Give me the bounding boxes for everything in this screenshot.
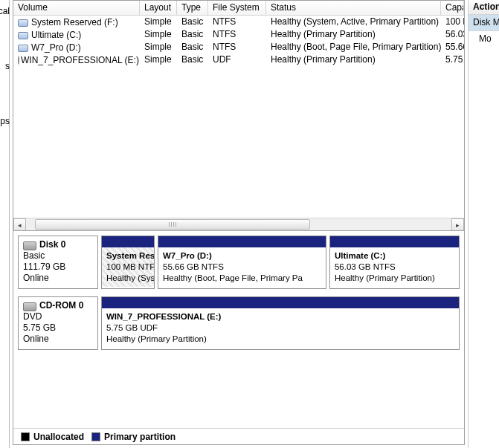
partition-name: System Rese [106,250,149,262]
disk-size: 5.75 GB [23,322,93,334]
legend-primary-label: Primary partition [104,432,176,442]
partition-area: WIN_7_PROFESSIONAL (E:)5.75 GB UDFHealth… [101,296,460,350]
graphical-disk-map: Disk 0Basic111.79 GBOnlineSystem Rese100… [13,231,464,428]
scroll-right-button[interactable]: ▸ [451,218,464,231]
disk-kind: DVD [23,311,93,322]
disk-kind: Basic [23,250,93,262]
disk-row: Disk 0Basic111.79 GBOnlineSystem Rese100… [18,236,460,289]
volume-fs: NTFS [208,29,266,41]
partition-size: 5.75 GB UDF [106,322,454,334]
disk-name: Disk 0 [39,239,65,250]
volume-row[interactable]: System Reserved (F:)SimpleBasicNTFSHealt… [13,16,464,28]
volume-layout: Simple [140,54,177,66]
volume-name: W7_Pro (D:) [31,42,81,53]
disk-icon [23,301,36,311]
column-header-layout[interactable]: Layout [140,1,177,15]
volume-capacity: 55.66 [441,42,464,53]
volume-capacity: 5.75 G [441,54,464,66]
volume-name: Ultimate (C:) [31,30,81,40]
volume-type: Basic [177,42,208,53]
scroll-left-button[interactable]: ◂ [13,218,26,231]
disk-size: 111.79 GB [23,262,93,273]
volume-type: Basic [177,16,208,28]
disk-label[interactable]: CD-ROM 0DVD5.75 GBOnline [18,296,98,350]
partition-status: Healthy (Primary Partition) [106,334,454,345]
disk-icon [23,240,36,250]
disk-row: CD-ROM 0DVD5.75 GBOnlineWIN_7_PROFESSION… [18,296,460,350]
legend: Unallocated Primary partition [13,428,464,444]
volume-type: Basic [177,54,208,66]
partition-size: 100 MB NTFS [106,262,149,273]
volume-drive-icon [18,30,28,39]
partition[interactable]: Ultimate (C:)56.03 GB NTFSHealthy (Prima… [329,236,460,289]
volume-type: Basic [177,29,208,41]
volume-capacity: 56.03 [441,29,464,41]
volume-status: Healthy (Primary Partition) [266,54,441,66]
partition-status: Healthy (Primary Partition) [335,273,454,284]
actions-group[interactable]: Disk Ma [469,15,499,31]
volume-layout: Simple [140,42,177,53]
legend-unallocated-label: Unallocated [33,432,84,442]
legend-primary: Primary partition [91,432,176,442]
actions-pane: Actions Disk Ma Mo [468,0,499,448]
partition-band [330,236,459,247]
tree-frag[interactable]: s [5,61,10,71]
partition-area: System Rese100 MB NTFSHealthy (SystW7_Pr… [101,236,460,289]
partition[interactable]: System Rese100 MB NTFSHealthy (Syst [101,236,155,289]
volume-row[interactable]: WIN_7_PROFESSIONAL (E:)SimpleBasicUDFHea… [13,53,464,66]
legend-unallocated: Unallocated [21,432,84,442]
partition[interactable]: W7_Pro (D:)55.66 GB NTFSHealthy (Boot, P… [158,236,326,289]
column-header-status[interactable]: Status [266,1,441,15]
disk-name: CD-ROM 0 [39,300,83,311]
volume-status: Healthy (Primary Partition) [266,29,441,41]
actions-more[interactable]: Mo [469,31,499,46]
partition-status: Healthy (Syst [106,273,149,284]
column-header-type[interactable]: Type [177,1,208,15]
volume-list: Volume Layout Type File System Status Ca… [13,1,464,231]
volume-fs: NTFS [208,16,266,28]
disk-state: Online [23,273,93,284]
volume-row[interactable]: Ultimate (C:)SimpleBasicNTFSHealthy (Pri… [13,28,464,41]
disk-state: Online [23,334,93,345]
partition-name: Ultimate (C:) [335,250,454,262]
volume-list-header: Volume Layout Type File System Status Ca… [13,1,464,16]
scroll-track[interactable] [26,218,451,230]
partition-name: W7_Pro (D:) [163,250,321,262]
horizontal-scrollbar[interactable]: ◂ ▸ [13,218,464,230]
partition-band [102,236,154,247]
scroll-thumb[interactable] [35,219,310,230]
volume-layout: Simple [140,16,177,28]
volume-name: WIN_7_PROFESSIONAL (E:) [21,55,139,65]
tree-frag[interactable]: ups [0,116,10,126]
volume-row[interactable]: W7_Pro (D:)SimpleBasicNTFSHealthy (Boot,… [13,41,464,53]
actions-title: Actions [469,0,499,15]
volume-list-rows: System Reserved (F:)SimpleBasicNTFSHealt… [13,16,464,218]
partition-size: 56.03 GB NTFS [335,262,454,273]
volume-status: Healthy (Boot, Page File, Primary Partit… [266,42,441,53]
volume-fs: UDF [208,54,266,66]
partition-band [102,297,459,308]
tree-frag[interactable]: ocal [0,6,10,16]
partition-band [158,236,326,247]
partition[interactable]: WIN_7_PROFESSIONAL (E:)5.75 GB UDFHealth… [101,296,460,350]
volume-status: Healthy (System, Active, Primary Partiti… [266,16,441,28]
volume-name: System Reserved (F:) [31,17,118,27]
column-header-volume[interactable]: Volume [13,1,140,15]
swatch-black-icon [21,432,30,441]
volume-layout: Simple [140,29,177,41]
column-header-fs[interactable]: File System [208,1,266,15]
partition-size: 55.66 GB NTFS [163,262,321,273]
partition-status: Healthy (Boot, Page File, Primary Pa [163,273,321,284]
volume-capacity: 100 M [441,16,464,28]
volume-fs: NTFS [208,42,266,53]
disk-label[interactable]: Disk 0Basic111.79 GBOnline [18,236,98,289]
disk-management-pane: Volume Layout Type File System Status Ca… [13,0,465,445]
tree-nav-fragment: ocal s ups [0,0,10,448]
column-header-capacity[interactable]: Capa [441,1,464,15]
swatch-navy-icon [91,432,100,441]
volume-drive-icon [18,18,28,27]
volume-drive-icon [18,43,28,52]
partition-name: WIN_7_PROFESSIONAL (E:) [106,311,454,322]
